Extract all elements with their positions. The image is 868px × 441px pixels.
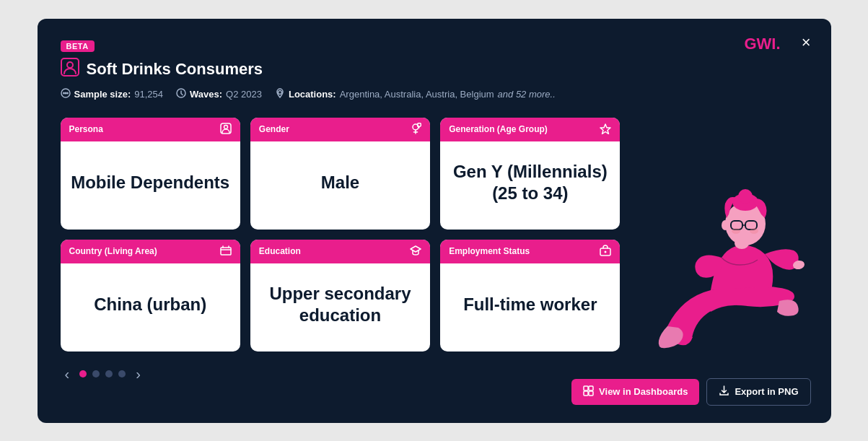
generation-label: Generation (Age Group): [449, 124, 548, 134]
persona-card-body: Mobile Dependents: [61, 141, 240, 224]
page-dot-1[interactable]: [79, 370, 87, 377]
illustration: [635, 118, 808, 384]
page-dot-3[interactable]: [105, 370, 113, 377]
export-icon: [719, 385, 729, 398]
svg-point-23: [732, 228, 740, 234]
country-card: Country (Living Area) China (urban): [61, 240, 240, 352]
education-value: Upper secondary education: [260, 283, 420, 326]
persona-card: Persona Mobile Dependents: [61, 118, 240, 230]
svg-point-9: [224, 125, 227, 128]
gwi-logo: GWI.: [744, 35, 780, 53]
persona-value: Mobile Dependents: [71, 172, 229, 193]
svg-point-5: [66, 92, 69, 94]
gender-label: Gender: [259, 124, 289, 134]
employment-card-header: Employment Status: [440, 240, 620, 263]
generation-card-body: Gen Y (Millennials) (25 to 34): [440, 141, 620, 224]
gender-card: Gender Male: [250, 118, 430, 230]
employment-value: Full-time worker: [463, 294, 597, 315]
export-png-button[interactable]: Export in PNG: [706, 378, 810, 406]
country-label: Country (Living Area): [69, 246, 157, 256]
generation-value: Gen Y (Millennials) (25 to 34): [450, 161, 610, 204]
close-button[interactable]: ×: [802, 35, 811, 51]
gender-card-icon: [410, 123, 421, 136]
page-dot-4[interactable]: [118, 370, 126, 377]
persona-card-icon: [220, 123, 232, 136]
generation-card-header: Generation (Age Group): [440, 118, 620, 141]
persona-card-header: Persona: [61, 118, 240, 141]
page-title: Soft Drinks Consumers: [87, 60, 263, 79]
view-dashboards-button[interactable]: View in Dashboards: [571, 379, 699, 405]
gender-card-body: Male: [250, 141, 430, 224]
education-card-icon: [410, 245, 421, 258]
cards-grid: Persona Mobile Dependents Gender: [61, 118, 621, 352]
locations: Locations: Argentina, Australia, Austria…: [275, 88, 556, 100]
svg-point-1: [67, 62, 73, 68]
next-page-button[interactable]: ›: [131, 364, 145, 384]
employment-card: Employment Status Full-time worker: [440, 240, 620, 352]
sample-size: Sample size: 91,254: [61, 88, 164, 100]
waves: Waves: Q2 2023: [176, 88, 262, 100]
sample-icon: [61, 88, 71, 100]
page-dot-2[interactable]: [92, 370, 100, 377]
svg-rect-28: [589, 391, 593, 396]
svg-point-22: [722, 220, 729, 230]
prev-page-button[interactable]: ‹: [61, 364, 74, 384]
employment-label: Employment Status: [449, 246, 530, 256]
svg-rect-27: [584, 391, 588, 396]
employment-card-body: Full-time worker: [440, 263, 620, 346]
svg-point-19: [738, 189, 753, 204]
persona-label: Persona: [69, 124, 103, 134]
cards-section: Persona Mobile Dependents Gender: [61, 118, 621, 384]
education-card: Education Upper secondary education: [250, 240, 430, 352]
country-card-header: Country (Living Area): [61, 240, 240, 263]
svg-rect-26: [589, 386, 593, 390]
waves-icon: [176, 88, 186, 100]
person-illustration: [639, 153, 805, 384]
svg-point-24: [750, 228, 758, 234]
beta-badge: BETA: [61, 39, 808, 58]
education-label: Education: [259, 246, 301, 256]
employment-card-icon: [600, 245, 611, 258]
country-card-icon: [220, 245, 232, 258]
gender-value: Male: [321, 172, 359, 193]
svg-rect-25: [584, 386, 588, 390]
svg-point-14: [605, 250, 607, 253]
education-card-header: Education: [250, 240, 430, 263]
generation-card-icon: [600, 123, 611, 136]
meta-row: Sample size: 91,254 Waves: Q2 2023 Locat…: [61, 88, 808, 100]
education-card-body: Upper secondary education: [250, 263, 430, 346]
persona-icon: [61, 58, 79, 81]
dashboard-icon: [583, 385, 594, 398]
generation-card: Generation (Age Group) Gen Y (Millennial…: [440, 118, 620, 230]
location-icon: [275, 88, 285, 100]
svg-point-7: [278, 90, 281, 94]
svg-rect-12: [221, 248, 231, 255]
title-row: Soft Drinks Consumers: [61, 58, 808, 81]
country-card-body: China (urban): [61, 263, 240, 346]
bottom-actions: View in Dashboards Export in PNG: [571, 378, 810, 406]
pagination: ‹ ›: [61, 364, 621, 384]
content-area: Persona Mobile Dependents Gender: [61, 118, 808, 384]
main-modal: BETA × GWI. Soft Drinks Consumers Sample…: [38, 19, 831, 423]
gender-card-header: Gender: [250, 118, 430, 141]
country-value: China (urban): [94, 294, 206, 315]
